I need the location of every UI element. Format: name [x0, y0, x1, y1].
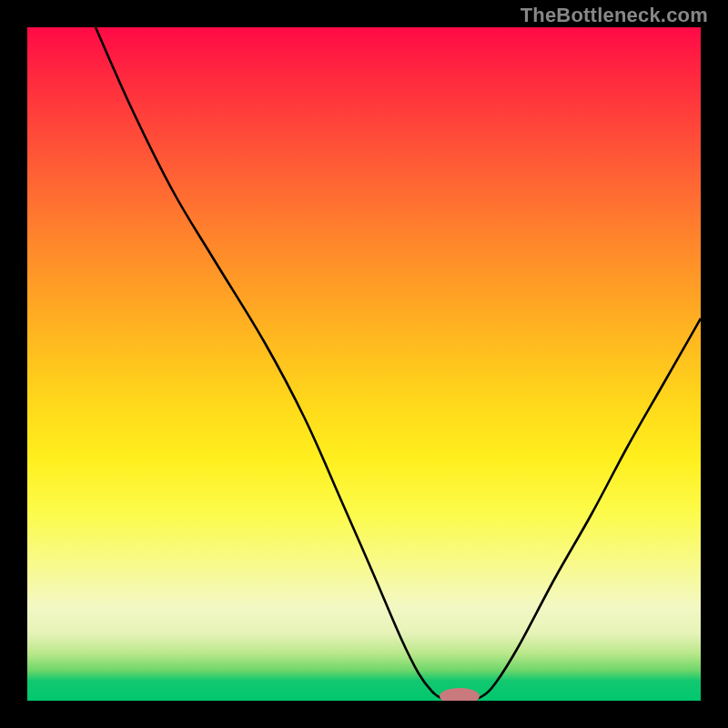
chart-frame: TheBottleneck.com — [0, 0, 728, 728]
watermark-title: TheBottleneck.com — [521, 4, 708, 27]
bottleneck-curve — [96, 27, 701, 700]
plot-area — [27, 27, 701, 701]
curve-layer — [27, 27, 701, 701]
bottleneck-marker — [440, 688, 480, 701]
